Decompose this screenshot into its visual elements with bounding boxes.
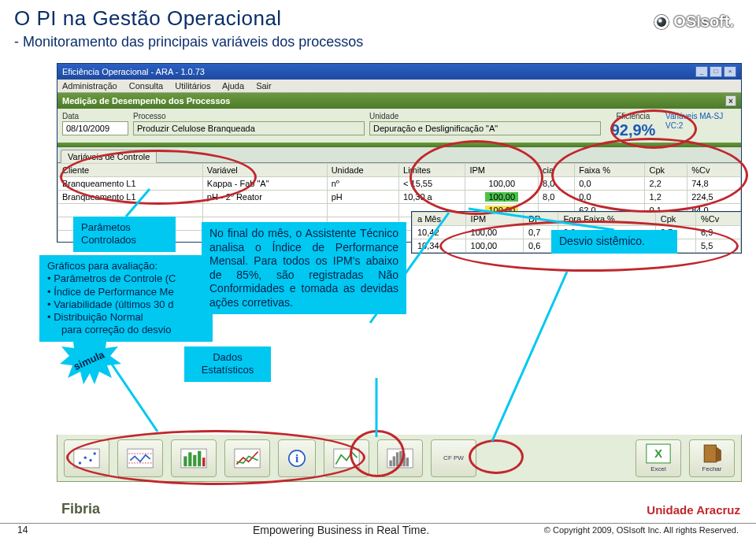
callout-desvio: Desvio sistêmico.	[551, 230, 677, 254]
callout-parametros: Parâmetos Controlados	[73, 217, 176, 252]
callout-assistente: No final do mês, o Assistente Técnico an…	[202, 222, 406, 314]
svg-line-31	[126, 189, 150, 217]
callout-graficos-item-0: Parâmetros de Controle (C	[54, 272, 176, 284]
svg-line-34	[469, 209, 614, 230]
svg-line-32	[94, 339, 158, 432]
callout-graficos: Gráficos para avaliação: • Parâmetros de…	[39, 255, 213, 342]
callout-graficos-tail: para correção do desvio	[47, 324, 205, 336]
svg-line-36	[492, 272, 567, 441]
callout-graficos-item-1: Índice de Performance Me	[54, 286, 173, 298]
callout-dados: Dados Estatísticos	[184, 346, 271, 382]
callout-graficos-item-3: Distribuição Normal	[54, 311, 143, 323]
callout-graficos-title: Gráficos para avaliação:	[47, 260, 205, 272]
callout-graficos-item-2: Variabilidade (últimos 30 d	[54, 298, 173, 310]
